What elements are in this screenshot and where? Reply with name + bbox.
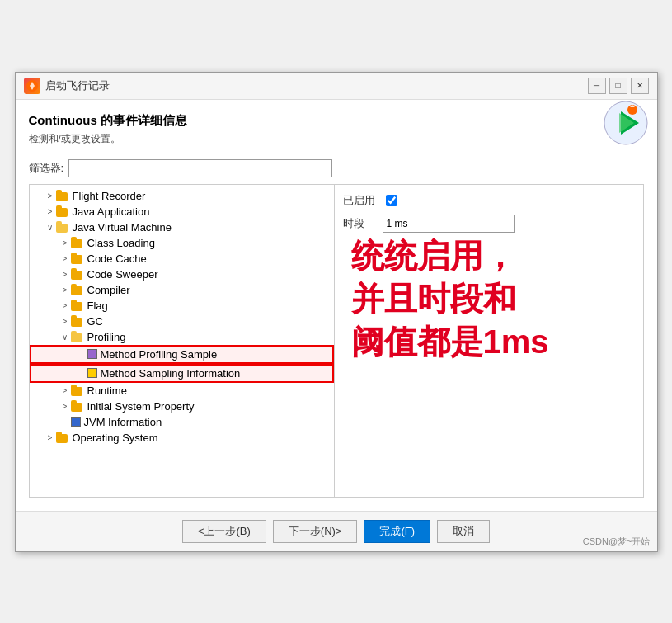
tree-item-java-vm[interactable]: ∨ Java Virtual Machine: [30, 219, 334, 235]
icon-method-profiling-sample: [87, 349, 97, 359]
label-flag: Flag: [87, 300, 108, 312]
label-code-sweeper: Code Sweeper: [87, 268, 158, 281]
maximize-button[interactable]: □: [609, 78, 627, 94]
folder-icon-class-loading: [71, 237, 84, 248]
content-area: > Flight Recorder > Java Application ∨ J…: [29, 184, 644, 498]
tree-item-flight-recorder[interactable]: > Flight Recorder: [30, 188, 334, 204]
filter-label: 筛选器:: [29, 161, 64, 176]
toggle-flight-recorder[interactable]: >: [45, 191, 56, 201]
annotation-line1: 统统启用，: [351, 234, 549, 277]
window-title: 启动飞行记录: [45, 78, 110, 93]
label-compiler: Compiler: [87, 284, 130, 296]
close-button[interactable]: ✕: [631, 78, 649, 94]
label-runtime: Runtime: [87, 385, 127, 397]
label-java-vm: Java Virtual Machine: [73, 221, 172, 234]
toggle-code-sweeper[interactable]: >: [59, 270, 71, 279]
label-profiling: Profiling: [87, 331, 126, 343]
folder-icon-code-sweeper: [71, 268, 84, 280]
folder-icon-runtime: [71, 385, 84, 396]
window-controls: ─ □ ✕: [588, 78, 649, 94]
label-gc: GC: [87, 315, 104, 328]
tree-panel[interactable]: > Flight Recorder > Java Application ∨ J…: [30, 185, 335, 497]
toggle-runtime[interactable]: >: [59, 386, 71, 395]
period-row: 时段: [343, 215, 635, 233]
enabled-row: 已启用: [343, 193, 635, 208]
folder-icon-java-application: [56, 205, 69, 217]
annotation-line2: 并且时段和: [351, 277, 549, 320]
icon-jvm-information: [71, 417, 81, 427]
next-button[interactable]: 下一步(N)>: [273, 520, 358, 543]
tree-item-compiler[interactable]: > Compiler: [30, 282, 334, 298]
toggle-gc[interactable]: >: [59, 317, 71, 326]
label-code-cache: Code Cache: [87, 253, 147, 265]
bottom-bar: <上一步(B) 下一步(N)> 完成(F) 取消 CSDN@梦~开始: [16, 511, 657, 551]
tree-item-gc[interactable]: > GC: [30, 314, 334, 329]
label-java-application: Java Application: [73, 205, 150, 218]
toggle-code-cache[interactable]: >: [59, 254, 71, 263]
annotation-line3: 阈值都是1ms: [351, 320, 549, 363]
tree-item-method-profiling-sample[interactable]: Method Profiling Sample: [30, 345, 334, 364]
enabled-label: 已启用: [343, 193, 376, 208]
tree-item-code-sweeper[interactable]: > Code Sweeper: [30, 267, 334, 282]
cancel-button[interactable]: 取消: [437, 520, 490, 543]
annotation-overlay: 统统启用， 并且时段和 阈值都是1ms: [351, 234, 549, 363]
logo-icon: [603, 100, 649, 146]
folder-icon-profiling: [71, 331, 84, 342]
finish-button[interactable]: 完成(F): [364, 520, 430, 543]
folder-icon-compiler: [71, 284, 84, 295]
tree-item-runtime[interactable]: > Runtime: [30, 383, 334, 399]
toggle-flag[interactable]: >: [59, 301, 71, 310]
filter-input[interactable]: [68, 159, 332, 177]
label-method-profiling-sample: Method Profiling Sample: [101, 348, 218, 361]
prev-button[interactable]: <上一步(B): [182, 520, 266, 543]
watermark: CSDN@梦~开始: [583, 536, 651, 548]
tree-item-profiling[interactable]: ∨ Profiling: [30, 329, 334, 345]
tree-item-class-loading[interactable]: > Class Loading: [30, 235, 334, 251]
tree-item-method-sampling-information[interactable]: Method Sampling Information: [30, 364, 334, 383]
folder-icon-java-vm: [56, 221, 69, 233]
tree-item-initial-system-property[interactable]: > Initial System Property: [30, 399, 334, 414]
icon-method-sampling-information: [87, 368, 97, 378]
toggle-initial-system-property[interactable]: >: [59, 402, 71, 411]
main-window: 启动飞行记录 ─ □ ✕ Continuous 的事件详细信息 检测和/或更改设…: [15, 72, 658, 552]
detail-panel: 已启用 时段 统统启用， 并且时段和 阈值都是1ms: [335, 185, 643, 497]
toggle-profiling[interactable]: ∨: [59, 333, 71, 342]
period-input[interactable]: [383, 215, 515, 233]
toggle-compiler[interactable]: >: [59, 286, 71, 295]
title-bar-left: 启动飞行记录: [24, 78, 110, 94]
logo-area: [603, 100, 649, 149]
label-class-loading: Class Loading: [87, 237, 155, 249]
folder-icon-initial-system-property: [71, 400, 84, 412]
label-initial-system-property: Initial System Property: [87, 400, 195, 413]
page-header: Continuous 的事件详细信息 检测和/或更改设置。: [29, 113, 644, 156]
period-label: 时段: [343, 216, 376, 231]
label-jvm-information: JVM Information: [84, 416, 162, 428]
tree-item-operating-system[interactable]: > Operating System: [30, 430, 334, 446]
title-bar: 启动飞行记录 ─ □ ✕: [16, 73, 657, 100]
tree-item-flag[interactable]: > Flag: [30, 298, 334, 314]
tree-item-jvm-information[interactable]: JVM Information: [30, 414, 334, 430]
folder-icon-code-cache: [71, 253, 84, 264]
toggle-java-application[interactable]: >: [45, 207, 56, 216]
folder-icon-flight-recorder: [56, 190, 69, 201]
label-operating-system: Operating System: [73, 432, 158, 444]
filter-row: 筛选器:: [29, 159, 644, 177]
page-subtitle: 检测和/或更改设置。: [29, 132, 644, 146]
toggle-java-vm[interactable]: ∨: [45, 223, 56, 232]
folder-icon-gc: [71, 315, 84, 327]
page-title: Continuous 的事件详细信息: [29, 113, 644, 129]
minimize-button[interactable]: ─: [588, 78, 606, 94]
tree-item-code-cache[interactable]: > Code Cache: [30, 251, 334, 267]
label-flight-recorder: Flight Recorder: [73, 190, 146, 202]
toggle-class-loading[interactable]: >: [59, 238, 71, 248]
folder-icon-operating-system: [56, 432, 69, 443]
toggle-operating-system[interactable]: >: [45, 433, 56, 442]
app-icon: [24, 78, 40, 94]
folder-icon-flag: [71, 300, 84, 311]
window-body: Continuous 的事件详细信息 检测和/或更改设置。 筛选器: > Fli…: [16, 100, 657, 511]
enabled-checkbox[interactable]: [386, 195, 397, 206]
tree-item-java-application[interactable]: > Java Application: [30, 204, 334, 219]
label-method-sampling-information: Method Sampling Information: [101, 367, 241, 380]
